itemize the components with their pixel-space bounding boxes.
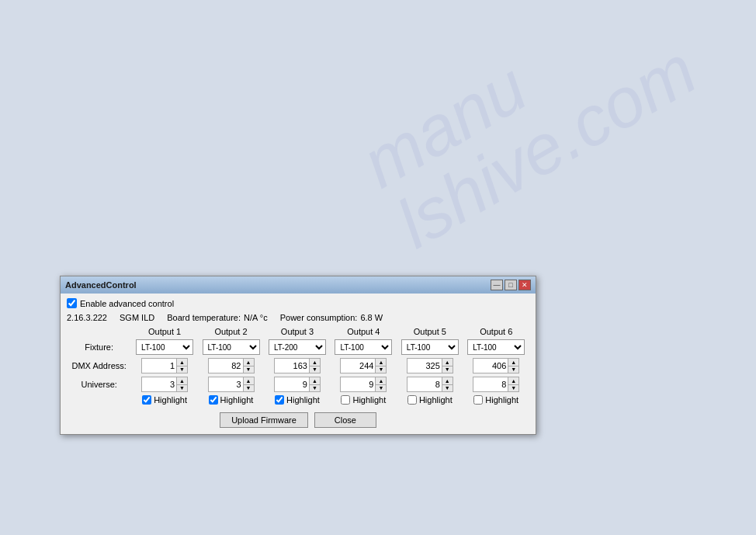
output-1-header: Output 1: [131, 325, 197, 338]
dmx-4-input[interactable]: [341, 359, 375, 373]
dmx-4-cell: ▲ ▼: [331, 356, 397, 375]
fixture-3-select[interactable]: LT-100LT-200LT-300: [269, 340, 325, 354]
fixture-2-select-wrapper: LT-100LT-200LT-300: [203, 339, 260, 355]
fixture-label: Fixture:: [67, 338, 131, 356]
dmx-6-up[interactable]: ▲: [508, 359, 518, 367]
minimize-button[interactable]: —: [491, 280, 503, 290]
dmx-1-cell: ▲ ▼: [131, 356, 197, 375]
enable-label: Enable advanced control: [80, 299, 174, 308]
universe-3-down[interactable]: ▼: [309, 385, 320, 392]
dmx-3-down[interactable]: ▼: [309, 367, 320, 373]
universe-6-down[interactable]: ▼: [508, 385, 518, 392]
fixture-4-select[interactable]: LT-100LT-200LT-300: [335, 340, 391, 354]
universe-4-cell: ▲ ▼: [331, 375, 397, 394]
highlight-6-label: Highlight: [485, 395, 518, 405]
dmx-4-down[interactable]: ▼: [375, 367, 386, 373]
dmx-3-spinbox: ▲ ▼: [274, 358, 321, 373]
dmx-1-up[interactable]: ▲: [176, 359, 187, 367]
dmx-1-down[interactable]: ▼: [176, 367, 187, 373]
dmx-6-down[interactable]: ▼: [508, 367, 518, 373]
fixture-1-select[interactable]: LT-100LT-200LT-300: [137, 340, 192, 354]
highlight-4-label: Highlight: [352, 395, 386, 405]
fixture-6-select[interactable]: LT-100LT-200LT-300: [468, 340, 524, 354]
dmx-1-arrows: ▲ ▼: [176, 359, 187, 373]
fixture-6-cell: LT-100LT-200LT-300: [463, 338, 529, 356]
universe-1-down[interactable]: ▼: [176, 385, 187, 392]
dmx-5-spinbox: ▲ ▼: [407, 358, 453, 373]
universe-6-input[interactable]: [473, 377, 508, 391]
highlight-2-checkbox[interactable]: [209, 395, 218, 405]
button-row: Upload Firmware Close: [67, 412, 529, 428]
dmx-2-arrows: ▲ ▼: [243, 359, 254, 373]
dmx-1-spinbox: ▲ ▼: [141, 358, 188, 373]
fixture-3-cell: LT-100LT-200LT-300: [264, 338, 330, 356]
highlight-3-cell: Highlight: [264, 394, 330, 406]
universe-5-input[interactable]: [407, 377, 442, 391]
highlight-1-cell: Highlight: [131, 394, 197, 406]
universe-2-down[interactable]: ▼: [243, 385, 254, 392]
fixture-1-select-wrapper: LT-100LT-200LT-300: [136, 339, 193, 355]
universe-4-up[interactable]: ▲: [375, 377, 386, 385]
dmx-2-down[interactable]: ▼: [243, 367, 254, 373]
universe-1-up[interactable]: ▲: [176, 377, 187, 385]
dmx-3-cell: ▲ ▼: [264, 356, 330, 375]
device-value: SGM ILD: [120, 313, 154, 322]
fixture-6-select-wrapper: LT-100LT-200LT-300: [467, 339, 525, 355]
universe-2-up[interactable]: ▲: [243, 377, 254, 385]
highlight-3-container: Highlight: [267, 395, 327, 405]
universe-6-arrows: ▲ ▼: [508, 377, 518, 391]
highlight-1-checkbox[interactable]: [142, 395, 151, 405]
highlight-3-label: Highlight: [286, 395, 320, 405]
highlight-4-checkbox[interactable]: [341, 395, 350, 405]
universe-2-input[interactable]: [209, 377, 243, 391]
dmx-2-input[interactable]: [209, 359, 243, 373]
universe-5-up[interactable]: ▲: [442, 377, 453, 385]
maximize-button[interactable]: □: [505, 280, 517, 290]
highlight-3-checkbox[interactable]: [275, 395, 284, 405]
dmx-6-input[interactable]: [473, 359, 508, 373]
universe-6-up[interactable]: ▲: [508, 377, 518, 385]
close-button[interactable]: Close: [314, 412, 376, 428]
universe-label: Universe:: [67, 375, 131, 394]
highlight-5-checkbox[interactable]: [407, 395, 417, 405]
universe-1-input[interactable]: [142, 377, 176, 391]
universe-3-up[interactable]: ▲: [309, 377, 320, 385]
upload-firmware-button[interactable]: Upload Firmware: [220, 412, 308, 428]
fixture-5-cell: LT-100LT-200LT-300: [397, 338, 463, 356]
dmx-5-input[interactable]: [407, 359, 442, 373]
highlight-2-cell: Highlight: [198, 394, 264, 406]
dmx-5-cell: ▲ ▼: [397, 356, 463, 375]
universe-5-down[interactable]: ▼: [442, 385, 453, 392]
fixture-5-select[interactable]: LT-100LT-200LT-300: [402, 340, 458, 354]
dmx-1-input[interactable]: [142, 359, 176, 373]
universe-5-cell: ▲ ▼: [397, 375, 463, 394]
advanced-control-dialog: AdvancedControl — □ ✕ Enable advanced co…: [60, 276, 536, 435]
close-title-button[interactable]: ✕: [518, 280, 531, 290]
universe-3-input[interactable]: [275, 377, 309, 391]
dmx-4-up[interactable]: ▲: [375, 359, 386, 367]
dmx-3-input[interactable]: [275, 359, 309, 373]
highlight-4-container: Highlight: [334, 395, 394, 405]
universe-4-spinbox: ▲ ▼: [340, 377, 387, 392]
fixture-2-select[interactable]: LT-100LT-200LT-300: [203, 340, 259, 354]
highlight-6-checkbox[interactable]: [473, 395, 483, 405]
dmx-3-arrows: ▲ ▼: [309, 359, 320, 373]
output-3-header: Output 3: [264, 325, 330, 338]
highlight-row: Highlight Highlight Highlight: [67, 394, 529, 406]
dmx-2-up[interactable]: ▲: [243, 359, 254, 367]
output-5-header: Output 5: [397, 325, 463, 338]
output-2-header: Output 2: [198, 325, 264, 338]
title-bar: AdvancedControl — □ ✕: [61, 276, 536, 294]
dmx-4-spinbox: ▲ ▼: [340, 358, 387, 373]
enable-checkbox[interactable]: [67, 298, 77, 308]
dmx-5-up[interactable]: ▲: [442, 359, 453, 367]
universe-4-arrows: ▲ ▼: [375, 377, 386, 391]
universe-4-input[interactable]: [341, 377, 375, 391]
dmx-3-up[interactable]: ▲: [309, 359, 320, 367]
universe-1-spinbox: ▲ ▼: [141, 377, 188, 392]
power-item: Power consumption: 6.8 W: [280, 313, 383, 322]
dmx-5-down[interactable]: ▼: [442, 367, 453, 373]
dmx-label: DMX Address:: [67, 356, 131, 375]
output-table: Output 1 Output 2 Output 3 Output 4 Outp…: [67, 325, 529, 406]
universe-4-down[interactable]: ▼: [375, 385, 386, 392]
